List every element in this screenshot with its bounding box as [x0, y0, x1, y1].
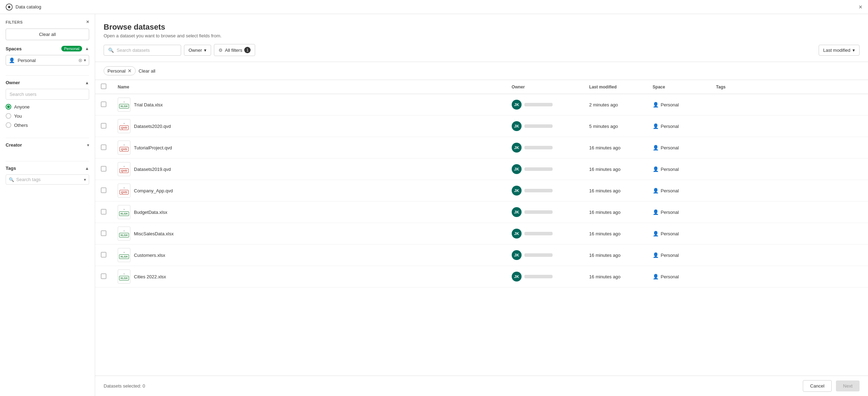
file-name: Datasets2020.qvd [134, 124, 171, 129]
space-name: Personal [661, 210, 679, 215]
radio-others[interactable]: Others [6, 122, 89, 128]
creator-chevron-down-icon: ▾ [87, 143, 89, 148]
owner-radio-group: Anyone You Others [6, 104, 89, 128]
file-name: Trial Data.xlsx [134, 102, 163, 107]
table-row[interactable]: ≡ XLSX Customers.xlsx JK 16 minutes ago … [95, 245, 868, 266]
row-checkbox[interactable] [101, 209, 106, 215]
file-type-label: XLSX [119, 233, 129, 237]
spaces-selector[interactable]: 👤 Personal ⊗ ▾ [6, 55, 89, 66]
table-row[interactable]: ≡ XLSX BudgetData.xlsx JK 16 minutes ago… [95, 202, 868, 223]
modified-time: 5 minutes ago [589, 124, 618, 129]
row-space-cell: 👤 Personal [647, 266, 710, 287]
owner-cell: JK [512, 121, 578, 131]
modified-time: 16 minutes ago [589, 274, 621, 279]
cancel-button[interactable]: Cancel [803, 380, 832, 392]
owner-section-title: Owner [6, 80, 20, 85]
table-row[interactable]: ≡ QVD Company_App.qvd JK 16 minutes ago … [95, 180, 868, 202]
row-owner-cell: JK [506, 223, 584, 245]
radio-anyone-circle [6, 104, 11, 110]
file-icon: ≡ XLSX [118, 227, 130, 241]
row-checkbox[interactable] [101, 252, 106, 258]
sort-chevron-down-icon: ▾ [852, 48, 855, 53]
spaces-clear-icon[interactable]: ⊗ [78, 57, 82, 63]
table-row[interactable]: ≡ QVD TutorialProject.qvd JK 16 minutes … [95, 137, 868, 159]
row-checkbox[interactable] [101, 101, 106, 107]
all-filters-button[interactable]: ⚙ All filters 1 [214, 44, 255, 56]
row-checkbox[interactable] [101, 144, 106, 150]
space-cell: 👤 Personal [653, 231, 705, 236]
owner-avatar: JK [512, 207, 522, 217]
row-checkbox-cell [95, 116, 112, 137]
table-row[interactable]: ≡ QVD Datasets2020.qvd JK 5 minutes ago … [95, 116, 868, 137]
main-container: FILTERS ✕ Clear all Spaces Personal ▲ 👤 … [0, 14, 868, 396]
spaces-user-icon: 👤 [9, 57, 15, 63]
table-row[interactable]: ≡ XLSX MiscSalesData.xlsx JK 16 minutes … [95, 223, 868, 245]
radio-anyone[interactable]: Anyone [6, 104, 89, 110]
clear-all-filters-link[interactable]: Clear all [138, 68, 155, 74]
file-type-label: QVD [119, 168, 128, 173]
row-checkbox[interactable] [101, 230, 106, 236]
row-checkbox-cell [95, 180, 112, 202]
owner-name-placeholder [524, 124, 553, 128]
file-icon: ≡ XLSX [118, 98, 130, 112]
th-checkbox [95, 80, 112, 94]
filter-chip-remove-icon[interactable]: ✕ [128, 68, 132, 74]
owner-name-placeholder [524, 103, 553, 106]
row-name-cell: ≡ QVD Datasets2020.qvd [112, 116, 506, 137]
owner-section: Owner ▲ Anyone You Others [6, 80, 89, 128]
row-checkbox[interactable] [101, 187, 106, 193]
app-close-button[interactable]: × [858, 4, 862, 10]
space-icon: 👤 [653, 102, 659, 107]
row-tags-cell [710, 266, 868, 287]
owner-avatar: JK [512, 164, 522, 174]
owner-name-placeholder [524, 146, 553, 149]
content-header: Browse datasets Open a dataset you want … [95, 14, 868, 62]
table-row[interactable]: ≡ XLSX Trial Data.xlsx JK 2 minutes ago … [95, 94, 868, 116]
tags-dropdown-icon[interactable]: ▾ [84, 177, 86, 182]
row-space-cell: 👤 Personal [647, 245, 710, 266]
select-all-checkbox[interactable] [101, 83, 106, 89]
sidebar-clear-all-button[interactable]: Clear all [6, 29, 89, 40]
space-name: Personal [661, 253, 679, 258]
row-space-cell: 👤 Personal [647, 137, 710, 159]
spaces-section-title: Spaces [6, 46, 22, 51]
tags-section-header[interactable]: Tags ▲ [6, 166, 89, 171]
owner-filter-button[interactable]: Owner ▾ [184, 45, 211, 56]
row-tags-cell [710, 223, 868, 245]
row-checkbox[interactable] [101, 123, 106, 129]
search-datasets-input[interactable] [117, 48, 177, 53]
row-tags-cell [710, 116, 868, 137]
row-checkbox[interactable] [101, 166, 106, 172]
modified-time: 16 minutes ago [589, 167, 621, 172]
owner-avatar: JK [512, 100, 522, 110]
row-tags-cell [710, 245, 868, 266]
row-modified-cell: 16 minutes ago [584, 223, 647, 245]
filter-icon: ⚙ [218, 48, 223, 53]
page-subtitle: Open a dataset you want to browse and se… [104, 33, 860, 38]
radio-you[interactable]: You [6, 113, 89, 119]
search-tags-input[interactable] [16, 177, 82, 182]
owner-cell: JK [512, 250, 578, 260]
owner-section-header[interactable]: Owner ▲ [6, 80, 89, 85]
spaces-dropdown-icon[interactable]: ▾ [84, 58, 86, 63]
row-name-cell: ≡ XLSX MiscSalesData.xlsx [112, 223, 506, 245]
search-users-input[interactable] [6, 89, 89, 100]
spaces-chevron-up-icon: ▲ [85, 46, 89, 51]
row-name-cell: ≡ QVD TutorialProject.qvd [112, 137, 506, 159]
th-owner: Owner [506, 80, 584, 94]
owner-avatar: JK [512, 250, 522, 260]
row-checkbox[interactable] [101, 273, 106, 279]
sidebar-close-icon[interactable]: ✕ [86, 20, 90, 24]
creator-section-header[interactable]: Creator ▾ [6, 142, 89, 148]
file-icon: ≡ QVD [118, 141, 130, 155]
table-row[interactable]: ≡ QVD Datasets2019.qvd JK 16 minutes ago… [95, 159, 868, 180]
row-owner-cell: JK [506, 180, 584, 202]
file-icon: ≡ QVD [118, 162, 130, 176]
file-type-label: XLSX [119, 254, 129, 259]
sort-selector[interactable]: Last modified ▾ [819, 45, 860, 56]
radio-others-circle [6, 122, 11, 128]
app-title: Data catalog [16, 4, 41, 10]
spaces-section-header[interactable]: Spaces Personal ▲ [6, 46, 89, 51]
row-owner-cell: JK [506, 94, 584, 116]
table-row[interactable]: ≡ XLSX Cities 2022.xlsx JK 16 minutes ag… [95, 266, 868, 287]
